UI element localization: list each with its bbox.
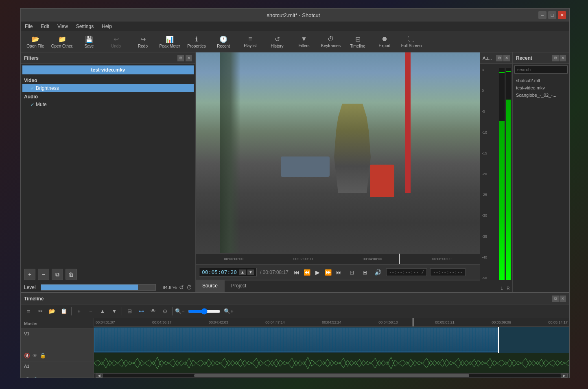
level-time-button[interactable]: ⏱ xyxy=(186,284,192,291)
red-bin xyxy=(370,165,394,197)
filter-delete-button[interactable]: 🗑 xyxy=(66,269,77,280)
open-file-button[interactable]: 📂 Open File xyxy=(22,33,48,51)
filters-button[interactable]: ▼ Filters xyxy=(291,33,317,51)
tl-zoom-out-btn[interactable]: 🔍− xyxy=(175,306,185,317)
fullscreen-label: Full Screen xyxy=(401,43,422,48)
menu-edit[interactable]: Edit xyxy=(39,23,51,30)
level-bar[interactable] xyxy=(41,284,156,291)
tl-save-btn[interactable]: 📋 xyxy=(59,306,69,317)
open-other-button[interactable]: 📁 Open Other. xyxy=(49,33,75,51)
tl-remove-track-btn[interactable]: − xyxy=(85,306,96,317)
person-silhouette xyxy=(332,104,373,193)
undo-button[interactable]: ↩ Undo xyxy=(103,33,129,51)
timeline-float-btn[interactable]: ⧉ xyxy=(552,296,559,302)
filter-remove-button[interactable]: − xyxy=(38,269,49,280)
close-button[interactable]: ✕ xyxy=(558,11,566,19)
save-button[interactable]: 💾 Save xyxy=(76,33,102,51)
source-tab[interactable]: Source xyxy=(196,280,225,292)
mute-filter-item[interactable]: ✓ Mute xyxy=(22,100,194,109)
tl-menu-btn[interactable]: ≡ xyxy=(23,306,34,317)
zoom-slider[interactable] xyxy=(188,308,221,315)
filter-add-button[interactable]: + xyxy=(24,269,35,280)
meter-bars xyxy=(499,68,511,280)
peak-meter-button[interactable]: 📊 Peak Meter xyxy=(157,33,183,51)
skip-to-start-button[interactable]: ⏮ xyxy=(292,267,302,277)
menu-view[interactable]: View xyxy=(56,23,70,30)
volume-btn[interactable]: 🔊 xyxy=(373,267,383,277)
v1-mute-icon[interactable]: 🔇 xyxy=(24,353,30,359)
menu-help[interactable]: Help xyxy=(100,23,114,30)
maximize-button[interactable]: □ xyxy=(548,11,556,19)
recent-item-1[interactable]: test-video.mkv xyxy=(514,84,568,91)
fullscreen-button[interactable]: ⛶ Full Screen xyxy=(398,33,424,51)
a1-track-name: A1 xyxy=(24,364,90,369)
tl-lift-btn[interactable]: ▲ xyxy=(97,306,108,317)
video-timeline-ruler[interactable]: 00:00:00:00 00:02:00:00 00:04:00:00 00:0… xyxy=(196,253,480,265)
ruler-mark-3: 00:06:00:00 xyxy=(407,257,477,261)
skip-to-end-button[interactable]: ⏭ xyxy=(334,267,344,277)
grid-btn[interactable]: ⊞ xyxy=(360,267,370,277)
v1-lock-icon[interactable]: 🔓 xyxy=(40,353,46,359)
master-track-label: Master xyxy=(21,318,94,329)
timeline-ruler-bar[interactable]: 00:04:31:07 00:04:36:17 00:04:42:03 00:0… xyxy=(94,318,569,327)
tl-ripple-btn[interactable]: ⊷ xyxy=(136,306,146,317)
scroll-right-btn[interactable]: ▶ xyxy=(561,374,568,378)
level-bar-fill xyxy=(41,285,138,290)
filter-filename[interactable]: test-video.mkv xyxy=(22,65,194,74)
timeline-tracks: 00:04:31:07 00:04:36:17 00:04:42:03 00:0… xyxy=(94,318,569,378)
level-reset-button[interactable]: ↺ xyxy=(179,284,184,291)
export-button[interactable]: ⏺ Export xyxy=(372,33,398,51)
recent-panel-close-btn[interactable]: ✕ xyxy=(560,55,566,61)
menu-file[interactable]: File xyxy=(23,23,34,30)
timeline-scrollbar[interactable]: ◀ ▶ xyxy=(94,373,569,378)
timeline-close-btn[interactable]: ✕ xyxy=(560,296,566,302)
history-icon: ↺ xyxy=(275,35,280,43)
project-tab[interactable]: Project xyxy=(225,280,253,292)
a1-lock-icon[interactable]: 🔓 xyxy=(33,377,39,378)
history-label: History xyxy=(271,44,283,48)
timeline-button[interactable]: ⊟ Timeline xyxy=(345,33,371,51)
tl-open-btn[interactable]: 📂 xyxy=(47,306,57,317)
db-15: -15 xyxy=(482,151,487,155)
tl-scrub-btn[interactable]: 👁 xyxy=(148,306,158,317)
timecode-down-btn[interactable]: ▼ xyxy=(247,269,254,275)
recent-item-0[interactable]: shotcut2.mlt xyxy=(514,77,568,84)
properties-button[interactable]: ℹ Properties xyxy=(184,33,210,51)
ruler-mark-2: 00:04:00:00 xyxy=(338,257,407,261)
history-button[interactable]: ↺ History xyxy=(264,33,290,51)
v1-clip[interactable] xyxy=(94,328,498,352)
audio-meter-float-btn[interactable]: ⧉ xyxy=(496,55,503,61)
tl-razor-btn[interactable]: ✂ xyxy=(35,306,46,317)
tl-add-track-btn[interactable]: + xyxy=(74,306,84,317)
redo-button[interactable]: ↪ Redo xyxy=(130,33,156,51)
recent-panel-float-btn[interactable]: ⧉ xyxy=(552,55,559,61)
recent-button[interactable]: 🕐 Recent xyxy=(210,33,236,51)
playlist-button[interactable]: ≡ Playlist xyxy=(237,33,263,51)
play-button[interactable]: ▶ xyxy=(313,267,323,277)
toggle-btn[interactable]: ⊡ xyxy=(347,267,357,277)
brightness-filter-item[interactable]: ✓ Brightness xyxy=(22,84,194,92)
audio-meter-close-btn[interactable]: ✕ xyxy=(503,55,510,61)
keyframes-button[interactable]: ⏱ Keyframes xyxy=(318,33,344,51)
tl-ripple-all-btn[interactable]: ⊙ xyxy=(160,306,170,317)
filter-copy-button[interactable]: ⧉ xyxy=(52,269,63,280)
menu-settings[interactable]: Settings xyxy=(74,23,95,30)
recent-panel-header: Recent ⧉ ✕ xyxy=(513,52,569,64)
v1-eye-icon[interactable]: 👁 xyxy=(33,353,37,359)
minimize-button[interactable]: – xyxy=(538,11,546,19)
tl-overwrite-btn[interactable]: ▼ xyxy=(109,306,120,317)
filters-panel-float-btn[interactable]: ⧉ xyxy=(177,55,184,61)
a1-volume-icon[interactable]: 🔊 xyxy=(24,377,30,378)
tl-snap-btn[interactable]: ⊟ xyxy=(124,306,135,317)
scrollbar-thumb[interactable] xyxy=(194,374,469,377)
recent-item-2[interactable]: Scanglobe_-_02_-... xyxy=(514,91,568,99)
fast-forward-button[interactable]: ⏩ xyxy=(324,267,333,277)
recent-search-input[interactable] xyxy=(514,65,568,74)
db-scale: 3 0 -5 -10 -15 -20 -25 -30 -35 -40 -50 xyxy=(482,68,487,280)
tl-zoom-in-btn[interactable]: 🔍+ xyxy=(223,306,234,317)
scrollbar-track[interactable] xyxy=(103,374,561,377)
timecode-up-btn[interactable]: ▲ xyxy=(239,269,246,275)
scroll-left-btn[interactable]: ◀ xyxy=(96,374,103,378)
rewind-button[interactable]: ⏪ xyxy=(302,267,312,277)
filters-panel-close-btn[interactable]: ✕ xyxy=(186,55,192,61)
